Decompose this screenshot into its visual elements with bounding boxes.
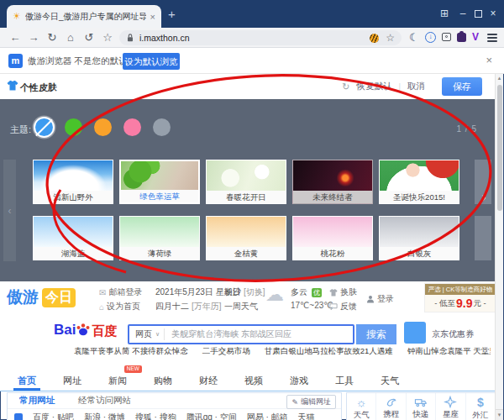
speech-bubble-icon <box>329 303 338 311</box>
theme-thumbnail-selected[interactable]: 绿色幸运草 <box>119 160 200 204</box>
back-icon[interactable]: ← <box>8 31 22 45</box>
nav-tab-finance[interactable]: 财经 <box>195 373 222 391</box>
new-tab-button[interactable]: + <box>168 7 176 21</box>
scroll-down-arrow[interactable]: ▾ <box>496 409 503 420</box>
nav-tab-home[interactable]: 首页 <box>13 373 40 391</box>
night-mode-icon[interactable]: ☾ <box>409 31 419 44</box>
hot-search-row: 袁隆平丧事从简 不接待群众悼念 二手交易市场 甘肃白银山地马拉松事故致21人遇难… <box>74 346 491 357</box>
jd-ad-logo[interactable] <box>404 322 426 344</box>
theme-thumbnail[interactable]: 春暖花开日 <box>206 160 286 204</box>
home-icon[interactable]: ⌂ <box>64 31 77 45</box>
maximize-button[interactable] <box>475 10 482 18</box>
theme-thumbnail[interactable]: 清新山野外 <box>33 160 113 204</box>
widget-horoscope[interactable]: 星座 <box>435 393 465 420</box>
jd-ad-text[interactable]: 京东优惠券 <box>432 328 474 340</box>
hot-link[interactable]: 钟南山悼念袁隆平 天堂里好好休息 <box>407 346 491 357</box>
site-link-group[interactable]: 百度 · 贴吧 <box>33 412 74 420</box>
minimize-button[interactable]: – <box>457 8 469 19</box>
brand-text-yellow: 今日 <box>42 288 76 307</box>
browser-tab[interactable]: ☀ 傲游今日_傲游用户专属的网址导 × <box>7 5 161 28</box>
page-indicator: 1 / 5 <box>457 124 477 134</box>
promo-ad[interactable]: 严选 | CK等制造商好物 - 低至 9.9 元 - <box>424 283 496 312</box>
cancel-link[interactable]: 取消 <box>407 81 425 92</box>
hot-link[interactable]: 袁隆平丧事从简 不接待群众悼念 <box>74 346 188 357</box>
widget-forex[interactable]: $ 外汇 <box>465 393 495 420</box>
change-skin-link[interactable]: 换肤 <box>329 286 357 298</box>
nav-tab-weather[interactable]: 天气 <box>376 373 403 391</box>
widget-weather[interactable]: ☼ 天气 <box>347 393 375 420</box>
search-input[interactable]: 网页 ∨ 美舰穿航台湾海峡 东部战区回应 <box>128 324 354 344</box>
nav-tab-video[interactable]: 视频 <box>240 373 267 391</box>
theme-thumbnail[interactable]: 薄荷绿 <box>119 216 200 260</box>
site-link-group[interactable]: 网易 · 邮箱 <box>247 412 288 420</box>
screenshot-icon[interactable] <box>442 33 451 41</box>
menu-hamburger-icon[interactable] <box>487 34 497 42</box>
tab-close-icon[interactable]: × <box>150 12 155 22</box>
url-text[interactable]: i.maxthon.cn <box>139 33 190 43</box>
set-home-link[interactable]: ⌂ 设为首页 <box>99 301 140 312</box>
download-icon[interactable]: ↓ <box>425 32 436 43</box>
bookmark-star-icon[interactable]: ☆ <box>386 32 395 44</box>
search-button[interactable]: 搜索 <box>356 324 396 344</box>
bee-extension-icon[interactable] <box>370 34 379 43</box>
window-close-button[interactable]: × <box>487 8 499 19</box>
carousel-next-strip[interactable] <box>475 216 491 260</box>
restore-default-link[interactable]: 恢复默认 <box>356 81 391 92</box>
login-link[interactable]: 登录 <box>366 293 394 305</box>
nav-tab-sites[interactable]: 网址 <box>59 373 86 391</box>
search-scope-select[interactable]: 网页 <box>129 328 155 340</box>
feedback-link[interactable]: 反馈 <box>329 301 357 312</box>
theme-swatch[interactable] <box>153 118 171 136</box>
widget-label: 携程 <box>383 409 399 420</box>
hot-link[interactable]: 甘肃白银山地马拉松事故致21人遇难 <box>265 346 393 357</box>
restore-refresh-icon[interactable]: ↻ <box>342 81 349 92</box>
notice-close-icon[interactable]: × <box>486 54 492 66</box>
undo-icon[interactable]: ↺ <box>82 31 96 45</box>
extensions-puzzle-icon[interactable] <box>457 33 466 42</box>
carousel-prev-strip[interactable]: ‹ <box>3 160 16 261</box>
site-link-group[interactable]: 新浪 · 微博 <box>84 412 125 420</box>
theme-swatch[interactable] <box>35 118 53 136</box>
split-view-icon[interactable]: ⊞ <box>438 8 450 19</box>
browser-window: ☀ 傲游今日_傲游用户专属的网址导 × + ⊞ – × ← → ↻ ⌂ ↺ ☆ … <box>0 0 504 420</box>
theme-swatch[interactable] <box>65 118 82 136</box>
site-link-group[interactable]: 搜狐 · 搜狗 <box>135 412 176 420</box>
scroll-up-arrow[interactable]: ▴ <box>496 75 503 81</box>
theme-swatch[interactable] <box>123 118 141 136</box>
forward-icon[interactable]: → <box>27 31 40 45</box>
nav-tab-shopping[interactable]: 购物 <box>150 373 176 391</box>
v-extension-icon[interactable]: V <box>472 31 479 43</box>
set-default-browser-button[interactable]: 设为默认浏览器 <box>123 53 180 70</box>
nav-tab-tools[interactable]: 工具 <box>331 373 358 391</box>
edit-sites-button[interactable]: ✎ 编辑网址 <box>286 395 336 409</box>
theme-thumbnail[interactable]: 湖海蓝 <box>33 216 113 260</box>
site-link-group[interactable]: 腾讯qq · 空间 <box>186 412 237 420</box>
mail-login-link[interactable]: ✉ 邮箱登录 <box>99 286 142 298</box>
theme-thumbnail[interactable]: 桃花粉 <box>292 216 373 260</box>
theme-thumbnail[interactable]: 圣诞快乐2015! <box>379 160 459 204</box>
widget-express[interactable]: 快递 <box>406 393 435 420</box>
tab-common-sites[interactable]: 常用网址 <box>8 395 66 407</box>
week-weather-link[interactable]: 一周天气 <box>224 301 258 312</box>
address-bar[interactable]: i.maxthon.cn ☆ <box>119 30 402 45</box>
theme-thumbnail[interactable]: 白银灰 <box>379 216 459 260</box>
tab-frequent-sites[interactable]: 经常访问网站 <box>66 395 143 407</box>
calendar-link[interactable]: [万年历] <box>192 301 222 312</box>
widget-ctrip[interactable]: 携程 <box>375 393 405 420</box>
favorites-star-icon[interactable]: ☆ <box>101 31 114 45</box>
theme-thumbnail[interactable]: 金桔黄 <box>206 216 286 260</box>
city-switch-link[interactable]: [切换] <box>244 286 265 298</box>
theme-swatch[interactable] <box>94 118 112 136</box>
nav-tab-news[interactable]: 新闻NEW <box>104 373 131 391</box>
save-button[interactable]: 保存 <box>442 77 482 96</box>
promo-price: 9.9 <box>456 297 472 310</box>
hot-link[interactable]: 二手交易市场 <box>202 346 250 357</box>
temperature-text: 17℃~23℃ <box>291 301 333 310</box>
nav-tab-games[interactable]: 游戏 <box>286 373 312 391</box>
scrollbar-thumb[interactable] <box>497 85 503 211</box>
chevron-right-icon[interactable]: › <box>476 190 491 205</box>
site-link-group[interactable]: 天猫 <box>298 412 315 420</box>
page-scrollbar[interactable]: ▴ ▾ <box>495 74 503 420</box>
theme-thumbnail[interactable]: 未来终结者 <box>292 160 373 204</box>
reload-icon[interactable]: ↻ <box>45 31 59 45</box>
